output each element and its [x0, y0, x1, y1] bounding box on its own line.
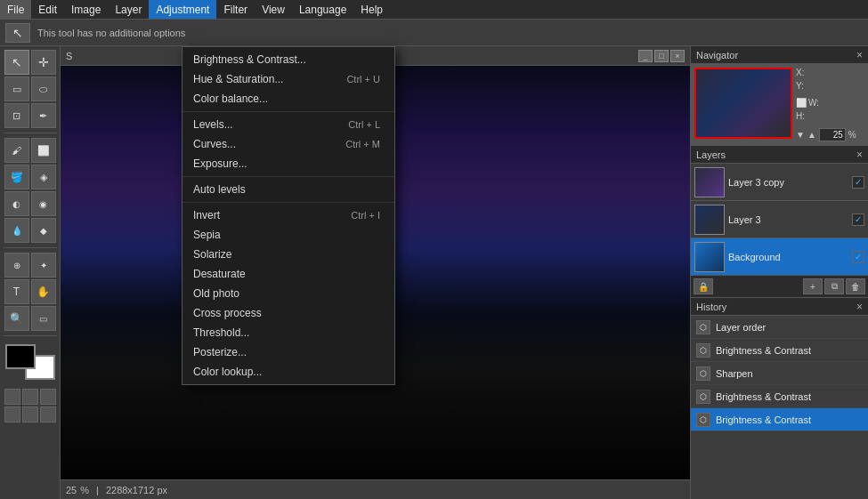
main-area: ↖ ✛ ▭ ⬭ ⊡ ✒ 🖌 ⬜ 🪣 ◈ ◐ ◉ 💧 ◆ ⊕	[0, 46, 868, 499]
layer-lock-button[interactable]: 🔒	[694, 278, 713, 294]
layer-add-button[interactable]: +	[803, 278, 823, 294]
menu-color-lookup[interactable]: Color lookup...	[183, 362, 394, 382]
tool-brush[interactable]: 🖌	[4, 138, 29, 163]
tool-burn[interactable]: ◉	[31, 191, 56, 216]
history-close-button[interactable]: ×	[856, 301, 863, 313]
tool-clone[interactable]: ⊕	[4, 253, 29, 278]
navigator-close-button[interactable]: ×	[856, 49, 863, 61]
layer-item-background[interactable]: Background ✓	[691, 238, 868, 276]
menu-sepia[interactable]: Sepia	[183, 225, 394, 245]
foreground-color[interactable]	[5, 344, 36, 369]
history-icon-0: ⬡	[696, 320, 710, 334]
y-label: Y:	[796, 81, 804, 91]
zoom-increase-icon[interactable]: ▲	[807, 130, 816, 140]
menu-filter[interactable]: Filter	[216, 0, 255, 19]
canvas-close-button[interactable]: ×	[670, 50, 685, 62]
layer-check-background[interactable]: ✓	[852, 251, 864, 263]
menu-view[interactable]: View	[255, 0, 292, 19]
history-item-0[interactable]: ⬡ Layer order	[691, 316, 868, 339]
history-item-1[interactable]: ⬡ Brightness & Contrast	[691, 339, 868, 362]
adjustment-dropdown: Brightness & Contrast... Hue & Saturatio…	[182, 46, 395, 385]
layers-close-button[interactable]: ×	[856, 149, 863, 161]
tool-healing[interactable]: ✦	[31, 253, 56, 278]
layer-item-layer3[interactable]: Layer 3 ✓	[691, 201, 868, 238]
menu-layer[interactable]: Layer	[108, 0, 149, 19]
menu-hue-saturation[interactable]: Hue & Saturation... Ctrl + U	[183, 69, 394, 89]
tool-smudge[interactable]: ◆	[31, 218, 56, 243]
menu-invert[interactable]: Invert Ctrl + I	[183, 205, 394, 225]
menu-edit[interactable]: Edit	[31, 0, 64, 19]
history-item-2[interactable]: ⬡ Sharpen	[691, 362, 868, 385]
tool-eraser[interactable]: ⬜	[31, 138, 56, 163]
layer-name-layer3copy: Layer 3 copy	[728, 177, 848, 188]
menu-help[interactable]: Help	[353, 0, 390, 19]
menu-image[interactable]: Image	[64, 0, 108, 19]
menu-desaturate[interactable]: Desaturate	[183, 264, 394, 284]
menu-cross-process[interactable]: Cross process	[183, 303, 394, 323]
menu-section-2: Levels... Ctrl + L Curves... Ctrl + M Ex…	[183, 112, 394, 177]
layer-check-layer3[interactable]: ✓	[852, 213, 864, 226]
tool-crop[interactable]: ⊡	[4, 103, 29, 128]
canvas-minimize-button[interactable]: _	[638, 50, 653, 62]
menu-invert-shortcut: Ctrl + I	[351, 210, 380, 221]
color-selector[interactable]	[5, 344, 55, 380]
bottom-tools	[4, 389, 56, 423]
menu-solarize[interactable]: Solarize	[183, 245, 394, 264]
zoom-input[interactable]: 25	[819, 128, 846, 141]
layer-duplicate-button[interactable]: ⧉	[824, 278, 844, 294]
history-icon-4: ⬡	[696, 413, 710, 427]
tool-fill[interactable]: 🪣	[4, 165, 29, 189]
navigator-thumbnail[interactable]	[694, 68, 792, 139]
zoom-unit: %	[80, 485, 89, 495]
tool-eyedropper[interactable]: ✒	[31, 103, 56, 128]
statusbar: 25 % | 2288x1712 px	[61, 479, 690, 499]
tool-zoom[interactable]: 🔍	[4, 306, 29, 331]
zoom-value: 25	[66, 485, 77, 495]
canvas-maximize-button[interactable]: □	[654, 50, 669, 62]
tool-cursor-icon[interactable]: ↖	[5, 23, 30, 43]
tool-rect-select[interactable]: ▭	[4, 76, 29, 101]
layer-item-layer3copy[interactable]: Layer 3 copy ✓	[691, 164, 868, 201]
menu-curves[interactable]: Curves... Ctrl + M	[183, 134, 394, 154]
menu-posterize[interactable]: Posterize...	[183, 342, 394, 362]
menu-threshold[interactable]: Threshold...	[183, 323, 394, 342]
tool-dodge[interactable]: ◐	[4, 191, 29, 216]
tool-hand[interactable]: ✋	[31, 279, 56, 304]
history-item-3[interactable]: ⬡ Brightness & Contrast	[691, 385, 868, 408]
tool-select[interactable]: ↖	[4, 50, 29, 75]
tool-lasso[interactable]: ⬭	[31, 76, 56, 101]
tool-extra-4[interactable]	[4, 406, 20, 423]
tool-divider-3	[4, 335, 57, 336]
tool-extra-5[interactable]	[22, 406, 38, 423]
canvas-dimensions: 2288x1712 px	[106, 485, 167, 495]
zoom-decrease-icon[interactable]: ▼	[796, 130, 805, 140]
menu-levels[interactable]: Levels... Ctrl + L	[183, 115, 394, 134]
tool-extra-1[interactable]	[4, 389, 20, 405]
menu-exposure[interactable]: Exposure...	[183, 154, 394, 173]
layer-name-background: Background	[728, 252, 848, 262]
tool-extra-2[interactable]	[22, 389, 38, 405]
zoom-percent: %	[848, 130, 856, 140]
menu-file[interactable]: File	[0, 0, 31, 19]
tool-move[interactable]: ✛	[31, 50, 56, 75]
history-item-4[interactable]: ⬡ Brightness & Contrast	[691, 408, 868, 431]
menu-auto-levels[interactable]: Auto levels	[183, 180, 394, 199]
tool-gradient[interactable]: ◈	[31, 165, 56, 189]
menu-brightness-contrast[interactable]: Brightness & Contrast...	[183, 50, 394, 69]
tool-shape[interactable]: ▭	[31, 306, 56, 331]
menu-old-photo[interactable]: Old photo	[183, 284, 394, 303]
layer-check-layer3copy[interactable]: ✓	[852, 176, 864, 189]
menu-color-balance[interactable]: Color balance...	[183, 89, 394, 109]
tool-text[interactable]: T	[4, 279, 29, 304]
history-label-4: Brightness & Contrast	[716, 414, 811, 425]
menu-language[interactable]: Language	[292, 0, 353, 19]
tool-extra-6[interactable]	[40, 406, 56, 423]
zoom-separator: |	[96, 485, 99, 495]
tool-extra-3[interactable]	[40, 389, 56, 405]
history-label-1: Brightness & Contrast	[716, 345, 811, 356]
menu-adjustment[interactable]: Adjustment	[149, 0, 216, 19]
history-icon-1: ⬡	[696, 343, 710, 358]
layers-list: Layer 3 copy ✓ Layer 3 ✓ Background ✓	[691, 164, 868, 276]
layer-delete-button[interactable]: 🗑	[846, 278, 865, 294]
tool-blur[interactable]: 💧	[4, 218, 29, 243]
